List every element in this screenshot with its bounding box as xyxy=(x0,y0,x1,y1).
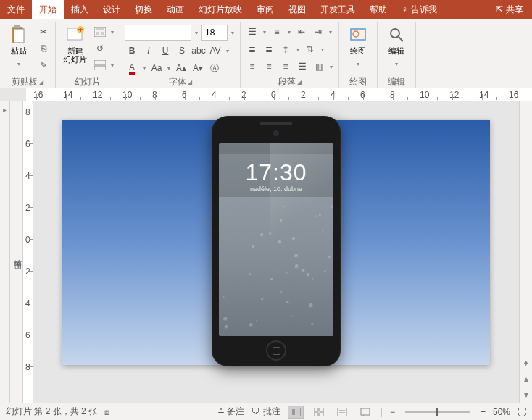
reset-icon: ↺ xyxy=(96,43,104,54)
indent-right-button[interactable]: ⇥ xyxy=(311,25,325,39)
ruler-vertical: 864202468 xyxy=(23,101,33,403)
text-direction-button[interactable]: ⇅ xyxy=(303,42,317,56)
phone-image[interactable]: 17:30 neděle, 10. dubna xyxy=(212,116,341,366)
slide-canvas[interactable]: 17:30 neděle, 10. dubna xyxy=(33,101,519,403)
svg-line-14 xyxy=(399,37,403,41)
tab-slideshow[interactable]: 幻灯片放映 xyxy=(191,0,249,19)
tab-developer[interactable]: 开发工具 xyxy=(313,0,362,19)
tab-animations[interactable]: 动画 xyxy=(159,0,191,19)
thumbnail-panel-label: 缩略图 xyxy=(10,101,23,403)
share-icon: ⇱ xyxy=(496,4,503,14)
normal-view-button[interactable] xyxy=(288,406,304,419)
tab-file[interactable]: 文件 xyxy=(0,0,32,19)
slide-counter[interactable]: 幻灯片 第 2 张，共 2 张 xyxy=(6,406,97,418)
font-size-input[interactable]: 18 xyxy=(201,25,228,41)
strike-button[interactable]: abc xyxy=(191,43,206,58)
ruler-horizontal: 1614121086420246810121416 xyxy=(26,88,532,101)
tab-insert[interactable]: 插入 xyxy=(64,0,96,19)
columns-button[interactable]: ▥ xyxy=(312,59,326,74)
tell-me[interactable]: ♀ 告诉我 xyxy=(394,0,444,19)
main-area: ▸ 缩略图 864202468 17:30 neděle, 10. dubna xyxy=(0,101,532,403)
outline-toggle[interactable]: ▸ xyxy=(0,101,10,403)
phone-screen: 17:30 neděle, 10. dubna xyxy=(219,143,333,336)
font-color-button[interactable]: A xyxy=(125,61,139,75)
svg-rect-9 xyxy=(94,60,106,64)
dropdown-icon[interactable]: ▾ xyxy=(194,25,199,40)
shrink-font-button[interactable]: A▾ xyxy=(191,61,205,75)
sorter-view-button[interactable] xyxy=(311,406,327,419)
underline-button[interactable]: U xyxy=(158,43,173,58)
decrease-list-button[interactable]: ≣ xyxy=(245,42,259,56)
indent-left-button[interactable]: ⇤ xyxy=(294,25,309,39)
zoom-out-button[interactable]: − xyxy=(390,407,395,417)
align-right-button[interactable]: ≡ xyxy=(278,59,293,74)
slide[interactable]: 17:30 neděle, 10. dubna xyxy=(62,120,490,365)
copy-button[interactable]: ⎘ xyxy=(36,41,51,56)
zoom-in-button[interactable]: + xyxy=(481,407,486,417)
svg-rect-6 xyxy=(96,28,104,30)
tab-bar: 文件 开始 插入 设计 切换 动画 幻灯片放映 审阅 视图 开发工具 帮助 ♀ … xyxy=(0,0,532,19)
justify-button[interactable]: ☰ xyxy=(295,59,309,74)
paste-button[interactable]: 粘贴 ▾ xyxy=(4,23,33,72)
bulb-icon: ♀ xyxy=(402,4,408,14)
svg-point-12 xyxy=(353,31,359,37)
launcher-icon[interactable]: ◢ xyxy=(39,79,43,85)
drawing-button[interactable]: 绘图 ▾ xyxy=(344,23,373,72)
clear-format-button[interactable]: Ⓐ xyxy=(207,61,222,75)
brush-icon: ✎ xyxy=(40,60,47,70)
zoom-slider[interactable] xyxy=(405,411,470,413)
notes-button[interactable]: ≐ 备注 xyxy=(217,406,244,418)
slideshow-view-button[interactable] xyxy=(357,406,373,419)
comments-button[interactable]: 🗨 批注 xyxy=(252,406,280,418)
clipboard-label: 剪贴板 xyxy=(12,76,38,88)
spacing-button[interactable]: AV xyxy=(208,43,223,58)
increase-list-button[interactable]: ≣ xyxy=(262,42,276,56)
tab-help[interactable]: 帮助 xyxy=(362,0,394,19)
reading-view-button[interactable] xyxy=(334,406,350,419)
group-drawing: 绘图 ▾ 绘图 xyxy=(339,22,378,88)
svg-rect-21 xyxy=(320,413,324,416)
layout-button[interactable] xyxy=(93,25,107,39)
group-font: ▾ 18 ▾ B I U S abc AV▾ A▾ Aa▾ A▴ A▾ xyxy=(120,22,241,88)
tab-review[interactable]: 审阅 xyxy=(249,0,281,19)
tab-home[interactable]: 开始 xyxy=(32,0,64,19)
italic-button[interactable]: I xyxy=(141,43,156,58)
bold-button[interactable]: B xyxy=(125,43,139,58)
editing-button[interactable]: 编辑 ▾ xyxy=(382,23,411,72)
fit-window-button[interactable]: ⛶ xyxy=(518,407,526,417)
tab-view[interactable]: 视图 xyxy=(281,0,313,19)
cut-button[interactable]: ✂ xyxy=(36,25,51,39)
tell-me-label: 告诉我 xyxy=(411,4,437,16)
dropdown-icon[interactable]: ▾ xyxy=(230,25,236,40)
align-left-button[interactable]: ≡ xyxy=(245,59,259,74)
prev-slide-icon[interactable]: ♦ xyxy=(523,358,528,368)
svg-rect-16 xyxy=(292,409,295,415)
shadow-button[interactable]: S xyxy=(175,43,189,58)
phone-clock: 17:30 neděle, 10. dubna xyxy=(219,154,333,197)
spellcheck-icon[interactable]: ⧈ xyxy=(104,407,110,417)
reset-button[interactable]: ↺ xyxy=(93,41,107,56)
editing-label: 编辑 xyxy=(388,46,404,55)
align-center-button[interactable]: ≡ xyxy=(262,59,276,74)
line-spacing-button[interactable]: ‡ xyxy=(278,42,293,56)
tab-transitions[interactable]: 切换 xyxy=(128,0,159,19)
section-button[interactable] xyxy=(93,58,107,72)
svg-rect-7 xyxy=(96,32,99,35)
grow-font-button[interactable]: A▴ xyxy=(174,61,188,75)
launcher-icon[interactable]: ◢ xyxy=(297,79,302,85)
launcher-icon[interactable]: ◢ xyxy=(188,79,192,85)
font-label: 字体 xyxy=(169,76,186,88)
zoom-level[interactable]: 50% xyxy=(493,407,510,417)
format-painter-button[interactable]: ✎ xyxy=(36,58,51,72)
vertical-scrollbar[interactable]: ♦ ▴ ▾ xyxy=(519,101,532,403)
font-name-input[interactable] xyxy=(125,25,191,41)
bullets-button[interactable]: ☰ xyxy=(245,25,259,39)
share-button[interactable]: ⇱ 共享 xyxy=(487,0,532,19)
new-slide-button[interactable]: 新建 幻灯片 xyxy=(60,23,90,65)
scroll-up-icon[interactable]: ▴ xyxy=(524,374,528,384)
numbering-button[interactable]: ≡ xyxy=(270,25,284,39)
tab-design[interactable]: 设计 xyxy=(96,0,128,19)
group-slides: 新建 幻灯片 ▾ ↺ ▾ 幻灯片 xyxy=(56,22,120,88)
change-case-button[interactable]: Aa xyxy=(149,61,164,75)
scroll-down-icon[interactable]: ▾ xyxy=(524,390,528,400)
